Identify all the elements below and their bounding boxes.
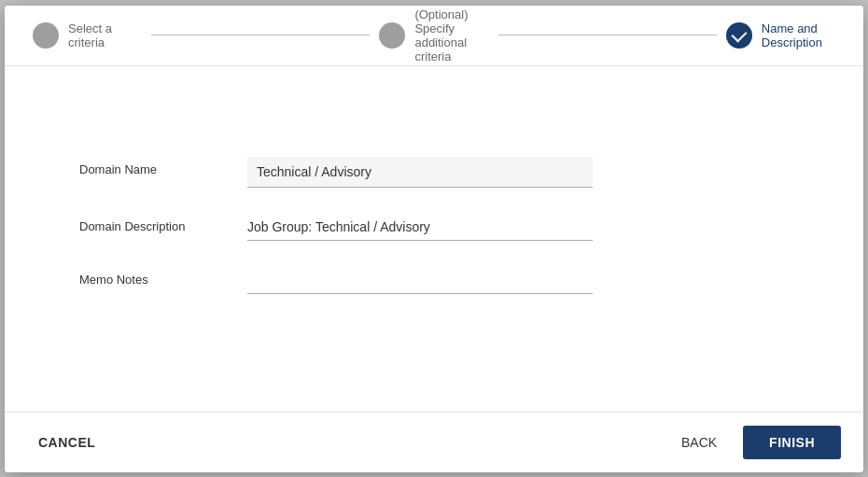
domain-name-row: Domain Name Technical / Advisory — [79, 157, 789, 188]
domain-name-field-wrapper: Technical / Advisory — [247, 157, 593, 188]
step-3: Name and Description — [726, 21, 835, 49]
step-2-label: (Optional) Specify additional criteria — [414, 7, 488, 63]
finish-button[interactable]: FINISH — [743, 426, 841, 459]
domain-description-row: Domain Description — [79, 214, 789, 241]
back-button[interactable]: BACK — [666, 428, 732, 457]
step-connector-1 — [151, 35, 370, 35]
cancel-button[interactable]: CANCEL — [27, 428, 106, 457]
stepper: Select a criteria (Optional) Specify add… — [5, 6, 863, 66]
step-connector-2 — [498, 35, 717, 35]
memo-notes-row: Memo Notes — [79, 267, 789, 294]
step-3-label: Name and Description — [762, 21, 835, 49]
form-content: Domain Name Technical / Advisory Domain … — [5, 66, 863, 412]
wizard-modal: Select a criteria (Optional) Specify add… — [5, 6, 863, 472]
domain-name-dropdown[interactable]: Technical / Advisory — [247, 157, 593, 188]
domain-name-label: Domain Name — [79, 157, 247, 176]
step-1-circle — [33, 22, 59, 49]
domain-description-label: Domain Description — [79, 214, 247, 233]
footer-right: BACK FINISH — [666, 426, 841, 459]
step-1-label: Select a criteria — [68, 21, 142, 49]
footer: CANCEL BACK FINISH — [5, 412, 863, 472]
step-1: Select a criteria — [33, 21, 142, 49]
memo-notes-field-wrapper — [247, 267, 593, 294]
step-2-circle — [379, 22, 405, 49]
domain-description-input[interactable] — [247, 214, 593, 241]
memo-notes-label: Memo Notes — [79, 267, 247, 287]
step-3-circle — [726, 22, 752, 49]
step-2: (Optional) Specify additional criteria — [379, 7, 488, 63]
domain-description-field-wrapper — [247, 214, 593, 241]
memo-notes-input[interactable] — [247, 267, 593, 294]
